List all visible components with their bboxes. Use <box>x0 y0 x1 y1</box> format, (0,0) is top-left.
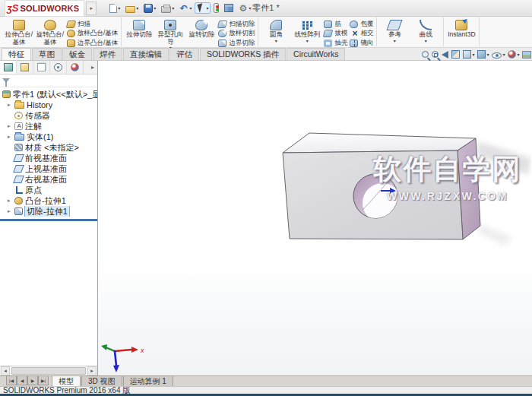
dropdown-caret-icon[interactable]: ▾ <box>486 52 489 57</box>
tree-item-top-plane[interactable]: 上视基准面 <box>0 163 97 174</box>
ribbon-tab-7[interactable]: SOLIDWORKS 插件 <box>200 48 286 60</box>
dropdown-caret-icon[interactable]: ▾ <box>394 39 396 43</box>
tree-item-right-plane[interactable]: 右视基准面 <box>0 174 97 185</box>
expand-arrow-icon[interactable]: ▸ <box>8 102 14 108</box>
panel-tab-propertymanager[interactable] <box>17 61 33 74</box>
ribbon-tab-5[interactable]: 直接编辑 <box>123 48 169 60</box>
section-view-button[interactable] <box>451 50 460 59</box>
hide-show-items-button[interactable]: ▾ <box>492 51 505 59</box>
ribbon-tab-6[interactable]: 评估 <box>169 48 199 60</box>
block-top-face[interactable] <box>283 133 476 153</box>
tab-nav-last-button[interactable]: ▶| <box>38 375 49 385</box>
edit-appearance-button[interactable]: ▾ <box>508 50 519 59</box>
expand-arrow-icon[interactable]: ▸ <box>8 198 14 204</box>
view-orientation-button[interactable]: ▾ <box>463 50 474 59</box>
panel-tabs-overflow-arrow[interactable]: ▸ <box>88 61 97 74</box>
ribbon-tab-4[interactable]: 焊件 <box>93 48 122 60</box>
reference-geometry-button[interactable]: 参考▾ <box>380 18 409 43</box>
tree-filter-row[interactable] <box>0 74 97 87</box>
tree-item-origin[interactable]: 原点 <box>0 185 97 195</box>
dropdown-caret-icon[interactable]: ▾ <box>118 6 120 11</box>
tree-item-annotations[interactable]: ▸注解 <box>0 121 97 131</box>
view-orientation-icon <box>463 50 471 59</box>
lofted-cut-button[interactable]: 放样切割 <box>218 30 255 38</box>
wrap-button[interactable]: 包覆 <box>350 20 373 28</box>
tree-item-sensors[interactable]: 传感器 <box>0 110 97 121</box>
panel-horizontal-scrollbar[interactable]: ◂ ▸ <box>0 366 97 375</box>
tab-nav-previous-button[interactable]: ◀ <box>17 375 27 385</box>
dropdown-caret-icon[interactable]: ▾ <box>425 39 427 43</box>
swept-boss-button[interactable]: 扫描 <box>67 20 118 28</box>
select-button[interactable]: ▾ <box>195 2 211 14</box>
boundary-boss-button[interactable]: 边界凸台/基体 <box>67 39 118 47</box>
menu-expand-arrow[interactable]: ▸ <box>86 2 97 15</box>
tree-root-item[interactable]: 零件1 (默认<<默认>_显示状态 <box>0 89 97 100</box>
save-button[interactable]: ▾ <box>141 2 158 14</box>
tree-item-front-plane[interactable]: 前视基准面 <box>0 153 97 163</box>
ribbon-tab-8[interactable]: CircuitWorks <box>287 48 345 60</box>
revolve-boss-button[interactable]: 旋转凸台/基体 <box>36 18 65 46</box>
ribbon-tab-1[interactable]: 特征 <box>2 48 31 60</box>
print-button[interactable]: ▾ <box>159 2 176 14</box>
ribbon-tab-3[interactable]: 钣金 <box>62 48 92 60</box>
extruded-cut-button[interactable]: 拉伸切除 <box>125 18 154 39</box>
panel-tab-displaymanager-appearance[interactable] <box>67 61 84 74</box>
dropdown-caret-icon[interactable]: ▾ <box>275 39 277 43</box>
intersect-button[interactable]: 相交 <box>350 30 373 38</box>
scroll-thumb[interactable] <box>11 367 86 375</box>
panel-tab-dimxpertmanager[interactable] <box>50 61 67 74</box>
new-button[interactable]: ▾ <box>107 2 122 14</box>
dropdown-caret-icon[interactable]: ▾ <box>472 52 474 57</box>
extrude-boss-button[interactable]: 拉伸凸台/基体 <box>5 18 33 46</box>
panel-tab-featuremanager-tree[interactable] <box>0 61 17 74</box>
dropdown-caret-icon[interactable]: ▾ <box>154 6 156 11</box>
mirror-button[interactable]: 镜向 <box>350 39 373 47</box>
ribbon-tab-2[interactable]: 草图 <box>32 48 62 60</box>
hole-wizard-button[interactable]: 异型孔向导▾ <box>156 18 185 50</box>
dropdown-caret-icon[interactable]: ▾ <box>189 6 192 11</box>
expand-arrow-icon[interactable]: ▸ <box>8 208 14 214</box>
graphics-viewport[interactable]: x 软件自学网 WWW.RJZXW.COM <box>98 61 532 375</box>
display-style-button[interactable]: ▾ <box>477 50 489 59</box>
rebuild-button[interactable] <box>211 2 221 14</box>
shell-button[interactable]: 抽壳 <box>324 39 347 47</box>
revolved-cut-button[interactable]: 旋转切除 <box>187 18 216 39</box>
dropdown-caret-icon[interactable]: ▾ <box>206 6 208 11</box>
dropdown-caret-icon[interactable]: ▾ <box>249 6 251 11</box>
undo-button[interactable]: ↶▾ <box>177 2 194 14</box>
dropdown-caret-icon[interactable]: ▾ <box>172 6 174 11</box>
scroll-right-arrow[interactable]: ▸ <box>87 366 97 375</box>
instant3d-button[interactable]: Instant3D <box>447 18 476 39</box>
curves-button[interactable]: 曲线▾ <box>411 18 440 43</box>
tree-item-history-folder[interactable]: ▸History <box>0 100 97 110</box>
open-button[interactable]: ▾ <box>123 2 141 14</box>
tree-item-material[interactable]: 材质 <未指定> <box>0 142 97 153</box>
dropdown-caret-icon[interactable]: ▾ <box>502 52 505 57</box>
draft-button[interactable]: 拔模 <box>324 30 347 38</box>
panel-tab-configurationmanager[interactable] <box>33 61 50 74</box>
scroll-left-arrow[interactable]: ◂ <box>1 366 10 375</box>
linear-pattern-button[interactable]: 线性阵列▾ <box>293 18 321 43</box>
document-tab-3[interactable]: 运动算例 1 <box>123 375 173 386</box>
display-pane-button[interactable] <box>222 2 236 14</box>
expand-arrow-icon[interactable]: ▸ <box>8 123 14 129</box>
options-button[interactable]: ⚙▾ <box>236 2 253 14</box>
apply-scene-button[interactable]: ▾ <box>522 50 532 59</box>
dropdown-caret-icon[interactable]: ▾ <box>517 52 519 57</box>
zoom-to-area-button[interactable] <box>432 51 439 58</box>
tree-item-cut-extrude1[interactable]: ▸切除-拉伸1 <box>0 206 97 217</box>
rib-button[interactable]: 筋 <box>324 20 347 28</box>
boundary-cut-button[interactable]: 边界切除 <box>218 39 255 47</box>
previous-view-button[interactable] <box>442 51 448 59</box>
dropdown-caret-icon[interactable]: ▾ <box>136 6 138 11</box>
lofted-boss-button[interactable]: 放样凸台/基体 <box>67 30 118 38</box>
tab-nav-first-button[interactable]: |◀ <box>6 375 17 385</box>
fillet-button[interactable]: 圆角▾ <box>261 18 290 43</box>
tab-nav-next-button[interactable]: ▶ <box>27 375 38 385</box>
expand-arrow-icon[interactable]: ▸ <box>8 134 14 140</box>
tree-item-boss-extrude1[interactable]: ▸凸台-拉伸1 <box>0 195 97 206</box>
zoom-to-fit-button[interactable] <box>422 51 429 58</box>
dropdown-caret-icon[interactable]: ▾ <box>306 39 309 43</box>
tree-item-solid-bodies-folder[interactable]: ▸实体(1) <box>0 131 97 142</box>
swept-cut-button[interactable]: 扫描切除 <box>218 20 255 28</box>
